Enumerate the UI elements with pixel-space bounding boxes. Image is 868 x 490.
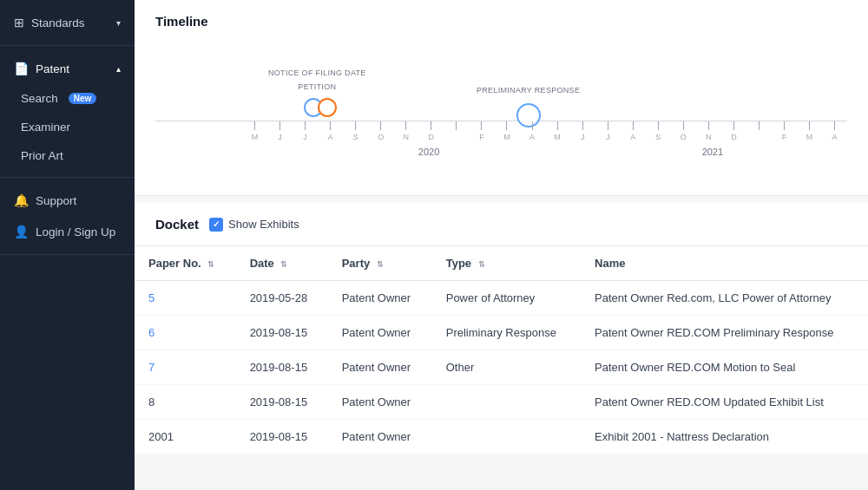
event-petition: NOTICE OF FILING DATE PETITION (268, 69, 366, 117)
cell-paper-no: 5 (135, 281, 236, 316)
docket-section: Docket Show Exhibits Paper No. ⇅ Date (135, 203, 868, 454)
cell-party: Patent Owner (328, 350, 432, 385)
cell-type (432, 385, 581, 420)
sidebar-sub-label: Search (21, 92, 58, 105)
timeline-section: Timeline NOTICE OF FILING DATE PETITION … (135, 0, 868, 196)
sidebar-item-search[interactable]: Search New (0, 84, 135, 113)
year-2021: 2021 (702, 147, 723, 157)
col-paper-no[interactable]: Paper No. ⇅ (135, 246, 236, 281)
tick-s1: S (343, 121, 368, 141)
table-row: 52019-05-28Patent OwnerPower of Attorney… (135, 281, 868, 316)
table-header: Paper No. ⇅ Date ⇅ Party ⇅ Type (135, 246, 868, 281)
cell-name: Patent Owner RED.COM Motion to Seal (581, 350, 868, 385)
cell-date: 2019-08-15 (236, 385, 328, 420)
sidebar-sub-label: Prior Art (21, 149, 63, 162)
sidebar-item-label: Standards (31, 16, 85, 29)
tick-m1: M (242, 121, 267, 141)
patent-icon: 📄 (14, 62, 29, 75)
cell-party: Patent Owner (328, 385, 432, 420)
cell-type: Preliminary Response (432, 316, 581, 350)
sidebar-item-patent[interactable]: 📄 Patent ▴ (0, 53, 135, 84)
sidebar: ⊞ Standards ▾ 📄 Patent ▴ Search New Exam… (0, 0, 135, 490)
docket-header: Docket Show Exhibits (135, 203, 868, 246)
col-date-label: Date (250, 257, 274, 270)
sidebar-standards-section: ⊞ Standards ▾ (0, 0, 135, 46)
tick-m2: M (494, 121, 519, 141)
cell-party: Patent Owner (328, 281, 432, 316)
tick-gap1 (444, 121, 469, 141)
cell-party: Patent Owner (328, 316, 432, 350)
col-party[interactable]: Party ⇅ (328, 246, 432, 281)
tick-j2: J (293, 121, 318, 141)
sidebar-sub-label: Examiner (21, 121, 70, 134)
chevron-up-icon: ▴ (116, 64, 121, 74)
tick-f2: F (772, 121, 797, 141)
cell-paper-no: 8 (135, 385, 236, 420)
tick-f1: F (469, 121, 494, 141)
sort-icon-party: ⇅ (377, 260, 384, 269)
user-icon: 👤 (14, 225, 29, 238)
cell-paper-no: 7 (135, 350, 236, 385)
docket-table: Paper No. ⇅ Date ⇅ Party ⇅ Type (135, 246, 868, 454)
sort-icon-paper-no: ⇅ (207, 260, 214, 269)
petition-node-2 (318, 98, 337, 117)
notice-filing-label: NOTICE OF FILING DATE (268, 69, 366, 77)
grid-icon: ⊞ (14, 16, 24, 29)
tick-j1: J (267, 121, 293, 141)
cell-date: 2019-08-15 (236, 350, 328, 385)
new-badge: New (69, 93, 97, 104)
timeline-container: NOTICE OF FILING DATE PETITION PRELIMINA… (155, 42, 847, 181)
tick-s2: S (646, 121, 671, 141)
paper-no-link[interactable]: 7 (148, 361, 155, 374)
show-exhibits-label[interactable]: Show Exhibits (209, 218, 299, 232)
tick-j4: J (595, 121, 621, 141)
tick-d1: D (418, 121, 444, 141)
sidebar-patent-section: 📄 Patent ▴ Search New Examiner Prior Art (0, 46, 135, 178)
tick-j3: J (570, 121, 595, 141)
sidebar-item-label: Support (36, 194, 76, 207)
sidebar-item-label: Login / Sign Up (36, 225, 115, 238)
sidebar-item-support[interactable]: 🔔 Support (0, 185, 135, 216)
docket-title: Docket (155, 217, 199, 232)
tick-a3: A (621, 121, 646, 141)
table-row: 62019-08-15Patent OwnerPreliminary Respo… (135, 316, 868, 350)
cell-party: Patent Owner (328, 420, 432, 454)
cell-type: Other (432, 350, 581, 385)
table-row: 72019-08-15Patent OwnerOtherPatent Owner… (135, 350, 868, 385)
paper-no-link[interactable]: 6 (148, 326, 155, 339)
sidebar-item-login[interactable]: 👤 Login / Sign Up (0, 216, 135, 247)
table-body: 52019-05-28Patent OwnerPower of Attorney… (135, 281, 868, 454)
tick-d2: D (721, 121, 746, 141)
cell-name: Patent Owner RED.COM Preliminary Respons… (581, 316, 868, 350)
col-date[interactable]: Date ⇅ (236, 246, 328, 281)
tick-gap2 (746, 121, 772, 141)
support-icon: 🔔 (14, 193, 29, 207)
main-content: Timeline NOTICE OF FILING DATE PETITION … (135, 0, 868, 490)
sidebar-item-prior-art[interactable]: Prior Art (0, 141, 135, 170)
tick-m4: M (797, 121, 822, 141)
year-2020: 2020 (418, 147, 439, 157)
paper-no-link[interactable]: 5 (148, 291, 155, 304)
tick-a4: A (822, 121, 847, 141)
show-exhibits-checkbox[interactable] (209, 218, 223, 232)
tick-n2: N (696, 121, 721, 141)
cell-name: Patent Owner Red.com, LLC Power of Attor… (581, 281, 868, 316)
col-name-label: Name (595, 257, 625, 270)
tick-a2: A (520, 121, 545, 141)
table-wrapper: Paper No. ⇅ Date ⇅ Party ⇅ Type (135, 246, 868, 454)
col-party-label: Party (342, 257, 371, 270)
sidebar-item-standards[interactable]: ⊞ Standards ▾ (0, 7, 135, 38)
cell-date: 2019-05-28 (236, 281, 328, 316)
tick-o1: O (368, 121, 393, 141)
table-row: 20012019-08-15Patent OwnerExhibit 2001 -… (135, 420, 868, 454)
preliminary-label: PRELIMINARY RESPONSE (477, 86, 580, 95)
tick-m3: M (545, 121, 570, 141)
show-exhibits-text: Show Exhibits (228, 218, 299, 231)
sidebar-item-examiner[interactable]: Examiner (0, 113, 135, 141)
cell-paper-no: 2001 (135, 420, 236, 454)
cell-type: Power of Attorney (432, 281, 581, 316)
col-type[interactable]: Type ⇅ (432, 246, 581, 281)
sort-icon-date: ⇅ (280, 260, 287, 269)
sort-icon-type: ⇅ (478, 260, 485, 269)
tick-a1: A (318, 121, 343, 141)
